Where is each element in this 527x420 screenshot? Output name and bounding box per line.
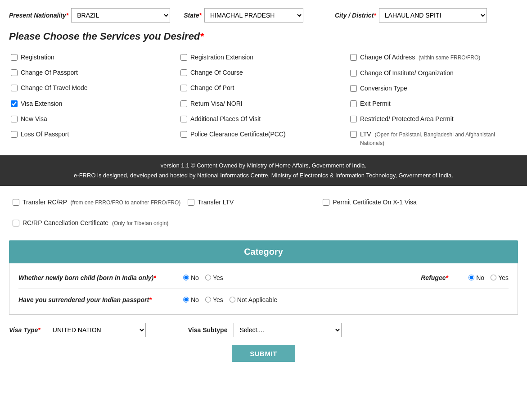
transfer-ltv-checkbox[interactable]: [188, 199, 194, 206]
rc-rp-cancellation-checkbox[interactable]: [13, 220, 19, 226]
return-visa-nori-checkbox[interactable]: [180, 100, 187, 107]
change-address-checkbox[interactable]: [350, 54, 357, 61]
list-item: Change Of Address (within same FRRO/FRO): [348, 50, 518, 65]
exit-permit-checkbox[interactable]: [350, 100, 357, 107]
state-select[interactable]: HIMACHAL PRADESH DELHI MAHARASHTRA: [204, 8, 303, 23]
list-item: Change Of Institute/ Organization: [348, 65, 518, 81]
category-section: Category Whether newly born child (born …: [9, 240, 518, 315]
return-visa-nori-label[interactable]: Return Visa/ NORI: [190, 99, 243, 108]
refugee-no-radio[interactable]: [468, 275, 474, 280]
registration-extension-checkbox[interactable]: [180, 54, 187, 61]
visa-type-label: Visa Type*: [9, 326, 41, 334]
surrendered-yes-radio[interactable]: [205, 297, 211, 303]
refugee-no-label[interactable]: No: [476, 274, 484, 281]
more-services: Transfer RC/RP (from one FRRO/FRO to ano…: [9, 190, 518, 212]
restricted-area-label[interactable]: Restricted/ Protected Area Permit: [360, 115, 454, 123]
list-item: RC/RP Cancellation Certificate (Only for…: [9, 216, 172, 230]
change-travel-mode-checkbox[interactable]: [11, 85, 18, 91]
more-services-row2: RC/RP Cancellation Certificate (Only for…: [9, 211, 518, 232]
refugee-yes-item: Yes: [491, 274, 509, 281]
footer-banner: version 1.1 © Content Owned by Ministry …: [0, 155, 527, 186]
surrendered-no-label[interactable]: No: [191, 296, 199, 303]
list-item: Exit Permit: [348, 96, 518, 111]
list-item: Permit Certificate On X-1 Visa: [319, 195, 454, 210]
change-travel-mode-label[interactable]: Change Of Travel Mode: [21, 84, 88, 92]
city-district-label: City / District*: [335, 12, 376, 19]
police-clearance-checkbox[interactable]: [180, 131, 187, 138]
additional-places-checkbox[interactable]: [180, 116, 187, 122]
present-nationality-select[interactable]: BRAZIL INDIA USA UK: [71, 8, 170, 23]
change-course-label[interactable]: Change Of Course: [190, 68, 243, 77]
newly-born-no-item: No: [183, 274, 199, 281]
category-body: Whether newly born child (born in India …: [9, 263, 518, 315]
surrendered-yes-item: Yes: [205, 296, 223, 303]
rc-rp-cancellation-label[interactable]: RC/RP Cancellation Certificate (Only for…: [23, 219, 168, 227]
surrendered-no-radio[interactable]: [183, 297, 189, 303]
additional-places-label[interactable]: Additional Places Of Visit: [190, 115, 261, 123]
change-port-checkbox[interactable]: [180, 85, 187, 91]
list-item: Change Of Passport: [9, 65, 179, 80]
change-port-label[interactable]: Change Of Port: [190, 84, 234, 92]
surrendered-no-item: No: [183, 296, 199, 303]
loss-passport-checkbox[interactable]: [11, 131, 18, 138]
visa-subtype-select[interactable]: Select....: [234, 323, 342, 337]
police-clearance-label[interactable]: Police Clearance Certificate(PCC): [190, 130, 286, 138]
ltv-label[interactable]: LTV (Open for Pakistani, Bangladeshi and…: [360, 130, 516, 147]
change-institute-label[interactable]: Change Of Institute/ Organization: [360, 69, 454, 77]
visa-extension-label[interactable]: Visa Extension: [21, 99, 62, 108]
city-district-select[interactable]: LAHAUL AND SPITI SHIMLA MANALI: [379, 8, 487, 23]
surrendered-yes-label[interactable]: Yes: [213, 296, 223, 303]
visa-type-row: Visa Type* UNITED NATION TOURIST BUSINES…: [9, 323, 518, 337]
ltv-checkbox[interactable]: [350, 131, 357, 138]
loss-passport-label[interactable]: Loss Of Passport: [21, 130, 69, 138]
surrendered-radio-group: No Yes Not Applicable: [183, 296, 509, 303]
transfer-rc-rp-label[interactable]: Transfer RC/RP (from one FRRO/FRO to ano…: [23, 198, 180, 207]
newly-born-no-label[interactable]: No: [191, 274, 199, 281]
permit-certificate-label[interactable]: Permit Certificate On X-1 Visa: [333, 198, 416, 206]
change-institute-checkbox[interactable]: [350, 70, 357, 77]
submit-row: SUBMIT: [9, 345, 518, 362]
visa-extension-checkbox[interactable]: [11, 100, 18, 107]
list-item: Conversion Type: [348, 81, 518, 96]
list-item: Visa Extension: [9, 96, 179, 111]
surrendered-na-label[interactable]: Not Applicable: [237, 296, 278, 303]
restricted-area-checkbox[interactable]: [350, 116, 357, 122]
new-visa-label[interactable]: New Visa: [21, 115, 47, 123]
registration-label[interactable]: Registration: [21, 53, 54, 61]
new-visa-checkbox[interactable]: [11, 116, 18, 122]
change-passport-checkbox[interactable]: [11, 69, 18, 76]
refugee-yes-radio[interactable]: [491, 275, 496, 280]
surrendered-na-radio[interactable]: [230, 297, 235, 303]
permit-certificate-checkbox[interactable]: [323, 199, 329, 206]
list-item: Transfer RC/RP (from one FRRO/FRO to ano…: [9, 195, 184, 210]
newly-born-yes-item: Yes: [205, 274, 223, 281]
change-address-label[interactable]: Change Of Address (within same FRRO/FRO): [360, 53, 480, 62]
change-passport-label[interactable]: Change Of Passport: [21, 68, 78, 77]
exit-permit-label[interactable]: Exit Permit: [360, 99, 391, 108]
list-item: Additional Places Of Visit: [179, 111, 348, 126]
surrendered-na-item: Not Applicable: [230, 296, 278, 303]
newly-born-yes-label[interactable]: Yes: [213, 274, 223, 281]
conversion-type-label[interactable]: Conversion Type: [360, 84, 407, 92]
state-label: State*: [184, 12, 202, 19]
conversion-type-checkbox[interactable]: [350, 85, 357, 92]
visa-subtype-label: Visa Subtype: [188, 326, 228, 334]
surrendered-row: Have you surrendered your Indian passpor…: [18, 293, 509, 307]
change-course-checkbox[interactable]: [180, 69, 187, 76]
list-item: Registration Extension: [179, 50, 348, 65]
services-grid: Registration Change Of Passport Change O…: [9, 50, 518, 151]
registration-checkbox[interactable]: [11, 54, 18, 61]
transfer-rc-rp-checkbox[interactable]: [13, 199, 19, 206]
submit-button[interactable]: SUBMIT: [232, 345, 295, 362]
newly-born-no-radio[interactable]: [183, 275, 189, 280]
list-item: Registration: [9, 50, 179, 65]
visa-type-select[interactable]: UNITED NATION TOURIST BUSINESS STUDENT: [47, 323, 146, 337]
refugee-yes-label[interactable]: Yes: [498, 274, 509, 281]
registration-extension-label[interactable]: Registration Extension: [190, 53, 253, 61]
newly-born-yes-radio[interactable]: [205, 275, 211, 280]
surrendered-label: Have you surrendered your Indian passpor…: [18, 296, 180, 303]
category-heading: Category: [9, 240, 518, 263]
transfer-ltv-label[interactable]: Transfer LTV: [198, 198, 234, 206]
list-item: Transfer LTV: [184, 195, 319, 210]
services-heading: Please Choose the Services you Desired*: [9, 31, 518, 42]
